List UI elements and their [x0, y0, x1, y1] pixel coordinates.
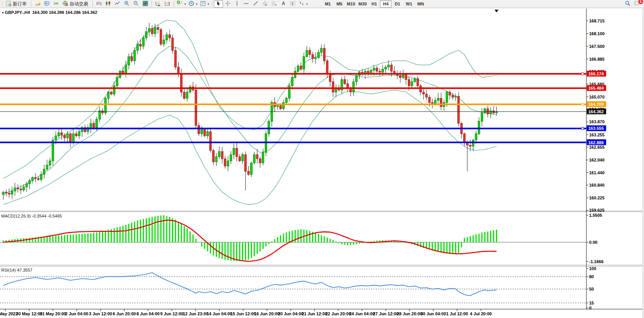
last-bar-marker-icon — [494, 10, 498, 12]
timeframe-m30-button[interactable]: M30 — [357, 0, 368, 8]
time-axis[interactable]: 27 May 202230 May 12:0031 May 20:002 Jun… — [0, 309, 492, 316]
price-tick-label: 167.500 — [589, 44, 605, 49]
bollinger-bands — [3, 20, 497, 205]
dropdown-arrow-icon[interactable]: ▾ — [196, 2, 198, 6]
timeframe-m15-button[interactable]: M15 — [345, 0, 357, 8]
time-tick-label: 6 Jun 20:00 — [113, 311, 136, 316]
window-edge-strip — [642, 9, 644, 318]
svg-text:T: T — [291, 2, 294, 5]
timeframe-w1-button[interactable]: W1 — [403, 0, 415, 8]
profiles-button[interactable] — [42, 0, 51, 8]
svg-text:F: F — [275, 4, 277, 6]
channel-button[interactable]: E — [260, 0, 269, 8]
fibonacci-button[interactable]: F — [269, 0, 279, 8]
trendline-button[interactable] — [251, 0, 260, 8]
dropdown-arrow-icon[interactable]: ▾ — [208, 2, 209, 6]
hline-icon — [243, 0, 249, 8]
autoscroll-icon — [155, 0, 161, 8]
arrows-button[interactable]: ▾ — [297, 0, 309, 8]
time-tick-label: 12 Jun 23:00 — [183, 311, 208, 316]
price-tick-label: 166.885 — [589, 57, 605, 61]
vertical-line-button[interactable] — [232, 0, 242, 8]
auto-scroll-button[interactable] — [153, 0, 163, 8]
autotrading-button-label: 自动交易 — [70, 1, 88, 7]
macd-tick-label: 1.5505 — [589, 213, 602, 218]
timeframe-d1-button[interactable]: D1 — [392, 0, 403, 8]
indicators-button[interactable]: ▾ — [175, 0, 187, 8]
cursor-button[interactable] — [214, 0, 223, 8]
candles-icon — [105, 0, 111, 8]
time-tick-label: 15 Jun 12:00 — [230, 311, 256, 316]
time-tick-label: 9 Jun 12:00 — [160, 311, 184, 316]
cursor-icon — [215, 0, 221, 8]
periods-button[interactable]: ▾ — [187, 0, 199, 8]
search-button[interactable] — [623, 0, 632, 8]
svg-text:166.174: 166.174 — [588, 71, 604, 76]
new-order-button[interactable]: 新订单 — [4, 0, 29, 8]
dropdown-arrow-icon[interactable]: ▾ — [306, 2, 308, 6]
resistance-line-1-handle[interactable] — [581, 73, 584, 75]
bollinger-upper-band — [3, 20, 497, 179]
trendline-icon — [252, 0, 259, 8]
time-tick-label: 27 May 2022 — [0, 311, 18, 316]
timeframe-h1-button[interactable]: H1 — [368, 0, 380, 8]
arrows-icon — [298, 0, 305, 8]
vline-icon — [234, 0, 240, 8]
macd-axis[interactable]: 1.55050.00-1.1666 — [586, 213, 603, 264]
rsi-line — [3, 273, 497, 296]
bollinger-lower-band — [3, 90, 497, 205]
gold-chart-icon — [34, 0, 41, 8]
svg-text:164.362: 164.362 — [588, 109, 604, 114]
candle-chart-button[interactable] — [104, 0, 113, 8]
svg-text:162.886: 162.886 — [588, 140, 604, 145]
svg-text:165.484: 165.484 — [588, 86, 604, 90]
zoom-out-button[interactable] — [131, 0, 141, 8]
notifications-button[interactable]: 1 — [632, 0, 642, 8]
market-watch-button[interactable] — [51, 0, 61, 8]
svg-text:E: E — [266, 4, 267, 6]
timeframe-toolbar: M1M5M15M30H1H4D1W1MN — [322, 0, 426, 8]
new-chart-button[interactable] — [33, 0, 42, 8]
rsi-axis[interactable]: 1008050150 — [586, 266, 596, 310]
chart-shift-button[interactable] — [163, 0, 172, 8]
time-tick-label: 4 Jul 20:00 — [470, 311, 492, 316]
bars-icon — [96, 0, 102, 8]
pivot-line-handle[interactable] — [581, 103, 584, 105]
dropdown-arrow-icon[interactable]: ▾ — [184, 2, 186, 6]
crosshair-icon — [225, 0, 231, 8]
chart-area[interactable]: 168.715168.100167.500166.885166.285165.6… — [0, 9, 644, 318]
templates-button[interactable]: ▾ — [199, 0, 210, 8]
ohlc-values: 164.300 164.396 164.286 164.362 — [32, 10, 97, 15]
notification-badge: 1 — [638, 0, 643, 4]
label-button[interactable]: T — [288, 0, 297, 8]
chart-canvas[interactable]: 168.715168.100167.500166.885166.285165.6… — [0, 9, 644, 318]
time-tick-label: 16 Jun 20:00 — [254, 311, 279, 316]
chevron-down-icon[interactable]: ▾ — [2, 11, 4, 15]
line-chart-button[interactable] — [113, 0, 122, 8]
text-button[interactable]: A — [279, 0, 288, 8]
time-tick-label: 22 Jun 20:00 — [325, 311, 351, 316]
timeframe-m5-button[interactable]: M5 — [334, 0, 345, 8]
toolbar-right-group: 1 — [623, 0, 642, 8]
crosshair-button[interactable] — [223, 0, 232, 8]
channel-icon: E — [262, 0, 268, 8]
autotrading-button[interactable]: 自动交易 — [61, 0, 91, 8]
tile-windows-button[interactable] — [141, 0, 150, 8]
price-axis[interactable]: 168.715168.100167.500166.885166.285165.6… — [586, 19, 605, 213]
support-line-1-handle[interactable] — [581, 127, 584, 129]
bar-chart-button[interactable] — [94, 0, 104, 8]
chartshift-icon — [164, 0, 170, 8]
macd-indicator-label: MACD(12,26,9) -0.3544 -0.5465 — [1, 214, 62, 218]
price-tick-label: 165.070 — [589, 95, 605, 99]
timeframe-m1-button[interactable]: M1 — [322, 0, 334, 8]
time-tick-label: 14 Jun 04:00 — [206, 311, 232, 316]
horizontal-line-button[interactable] — [242, 0, 251, 8]
time-tick-label: 31 May 20:00 — [40, 311, 66, 316]
price-tick-label: 162.655 — [589, 145, 605, 150]
new-order-button-label: 新订单 — [13, 1, 27, 7]
timeframe-h4-button[interactable]: H4 — [380, 0, 392, 8]
macd-histogram — [3, 215, 497, 261]
svg-text:164.709: 164.709 — [588, 102, 604, 107]
zoom-in-button[interactable] — [122, 0, 131, 8]
timeframe-mn-button[interactable]: MN — [415, 0, 426, 8]
